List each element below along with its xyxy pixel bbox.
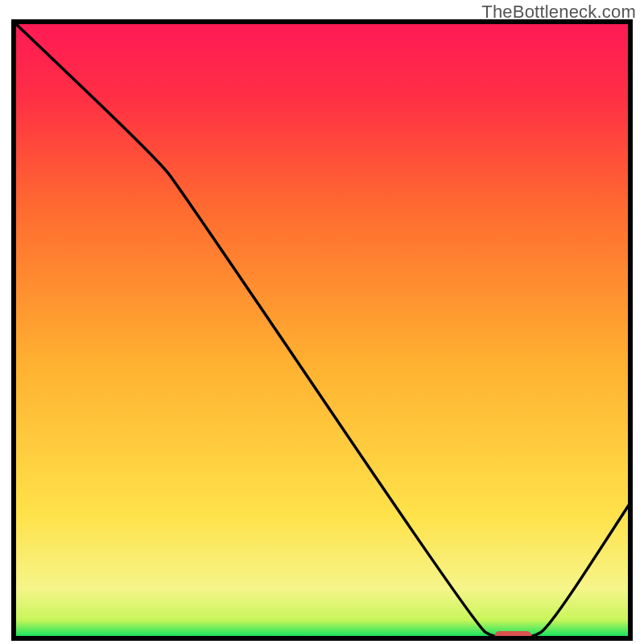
bottleneck-chart-svg bbox=[11, 19, 633, 641]
plot-frame bbox=[11, 19, 633, 641]
chart-container: TheBottleneck.com bbox=[0, 0, 644, 644]
gradient-background bbox=[14, 22, 630, 638]
